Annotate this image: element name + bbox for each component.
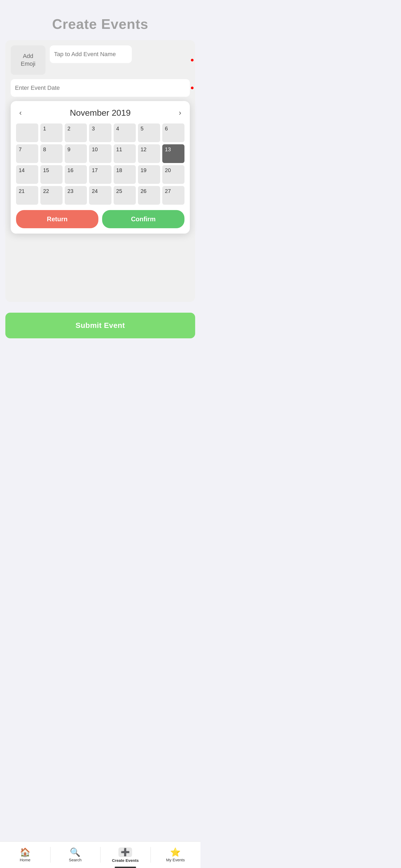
- calendar-day-1[interactable]: 1: [40, 123, 63, 142]
- calendar-day-24[interactable]: 24: [89, 186, 111, 205]
- calendar-day-13[interactable]: 13: [162, 144, 184, 163]
- calendar-day-18[interactable]: 18: [114, 165, 136, 184]
- calendar-prev-button[interactable]: ‹: [16, 107, 25, 118]
- return-button[interactable]: Return: [16, 210, 98, 228]
- calendar-buttons: Return Confirm: [16, 210, 184, 228]
- calendar-day-17[interactable]: 17: [89, 165, 111, 184]
- calendar-day-2[interactable]: 2: [65, 123, 87, 142]
- calendar-day-4[interactable]: 4: [114, 123, 136, 142]
- event-name-wrapper: [50, 45, 190, 75]
- calendar-day-10[interactable]: 10: [89, 144, 111, 163]
- calendar-day-12[interactable]: 12: [138, 144, 160, 163]
- calendar-day-25[interactable]: 25: [114, 186, 136, 205]
- calendar-day-3[interactable]: 3: [89, 123, 111, 142]
- calendar-next-button[interactable]: ›: [176, 107, 184, 118]
- calendar-day-8[interactable]: 8: [40, 144, 63, 163]
- calendar-day-14[interactable]: 14: [16, 165, 38, 184]
- calendar-day-27[interactable]: 27: [162, 186, 184, 205]
- event-date-wrapper: [11, 79, 190, 97]
- calendar-day-6[interactable]: 6: [162, 123, 184, 142]
- bottom-spacer: [0, 346, 201, 378]
- calendar-day-23[interactable]: 23: [65, 186, 87, 205]
- calendar-day-26[interactable]: 26: [138, 186, 160, 205]
- calendar-day-15[interactable]: 15: [40, 165, 63, 184]
- form-card: Add Emoji ‹ November 2019 › 123456789101…: [5, 40, 195, 302]
- extra-space: [11, 238, 190, 297]
- calendar-day-16[interactable]: 16: [65, 165, 87, 184]
- add-emoji-button[interactable]: Add Emoji: [11, 45, 45, 75]
- submit-event-button[interactable]: Submit Event: [5, 313, 195, 338]
- calendar-day-21[interactable]: 21: [16, 186, 38, 205]
- calendar-month-year: November 2019: [70, 108, 131, 118]
- calendar-day-19[interactable]: 19: [138, 165, 160, 184]
- calendar-day-11[interactable]: 11: [114, 144, 136, 163]
- event-date-input[interactable]: [11, 79, 190, 97]
- calendar-day-5[interactable]: 5: [138, 123, 160, 142]
- required-dot-date: [191, 87, 193, 89]
- calendar-day-20[interactable]: 20: [162, 165, 184, 184]
- calendar-header: ‹ November 2019 ›: [16, 107, 184, 118]
- calendar-day-empty: [16, 123, 38, 142]
- calendar-grid: 1234567891011121314151617181920212223242…: [16, 123, 184, 205]
- form-top-row: Add Emoji: [11, 45, 190, 75]
- event-name-input[interactable]: [50, 45, 132, 63]
- calendar-day-9[interactable]: 9: [65, 144, 87, 163]
- page-title: Create Events: [0, 0, 201, 40]
- required-dot-name: [191, 59, 193, 61]
- calendar-day-7[interactable]: 7: [16, 144, 38, 163]
- confirm-button[interactable]: Confirm: [102, 210, 184, 228]
- calendar-day-22[interactable]: 22: [40, 186, 63, 205]
- calendar-popup: ‹ November 2019 › 1234567891011121314151…: [11, 101, 190, 234]
